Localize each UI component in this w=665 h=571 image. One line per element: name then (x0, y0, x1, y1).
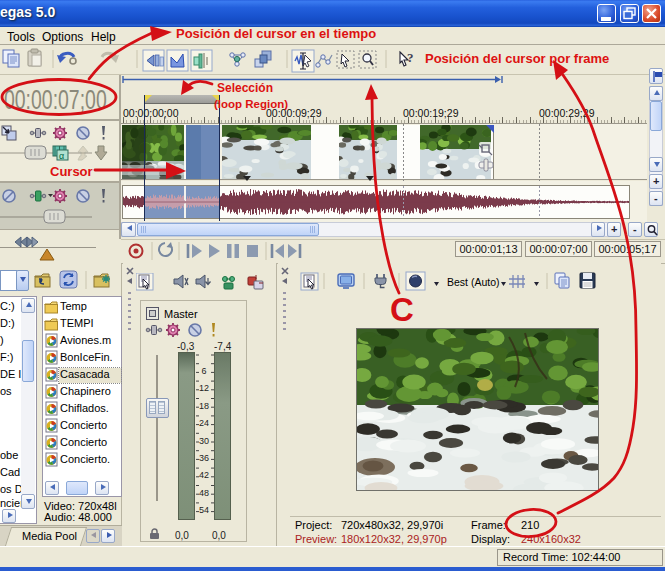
svg-text:?: ? (407, 50, 414, 65)
svg-text:α: α (59, 151, 64, 161)
